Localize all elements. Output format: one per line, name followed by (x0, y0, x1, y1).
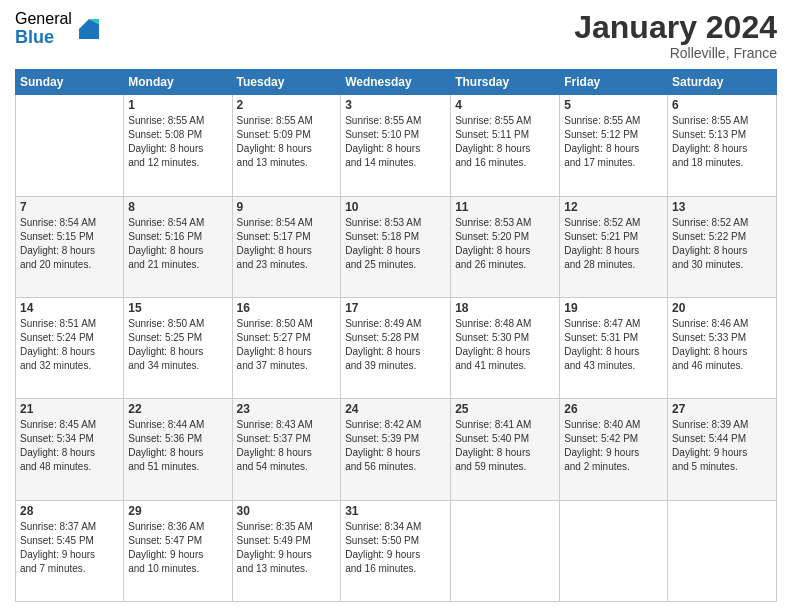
day-number: 26 (564, 402, 663, 416)
day-number: 18 (455, 301, 555, 315)
day-info: Sunrise: 8:55 AMSunset: 5:10 PMDaylight:… (345, 114, 446, 170)
day-number: 25 (455, 402, 555, 416)
day-cell: 22Sunrise: 8:44 AMSunset: 5:36 PMDayligh… (124, 399, 232, 500)
day-cell: 10Sunrise: 8:53 AMSunset: 5:18 PMDayligh… (341, 196, 451, 297)
day-info: Sunrise: 8:55 AMSunset: 5:09 PMDaylight:… (237, 114, 337, 170)
day-cell: 3Sunrise: 8:55 AMSunset: 5:10 PMDaylight… (341, 95, 451, 196)
day-number: 15 (128, 301, 227, 315)
day-info: Sunrise: 8:45 AMSunset: 5:34 PMDaylight:… (20, 418, 119, 474)
week-row-5: 28Sunrise: 8:37 AMSunset: 5:45 PMDayligh… (16, 500, 777, 601)
day-number: 20 (672, 301, 772, 315)
day-info: Sunrise: 8:53 AMSunset: 5:20 PMDaylight:… (455, 216, 555, 272)
day-cell: 31Sunrise: 8:34 AMSunset: 5:50 PMDayligh… (341, 500, 451, 601)
day-cell: 29Sunrise: 8:36 AMSunset: 5:47 PMDayligh… (124, 500, 232, 601)
header: General Blue January 2024 Rolleville, Fr… (15, 10, 777, 61)
day-info: Sunrise: 8:54 AMSunset: 5:17 PMDaylight:… (237, 216, 337, 272)
day-cell: 14Sunrise: 8:51 AMSunset: 5:24 PMDayligh… (16, 297, 124, 398)
day-cell: 20Sunrise: 8:46 AMSunset: 5:33 PMDayligh… (668, 297, 777, 398)
week-row-2: 7Sunrise: 8:54 AMSunset: 5:15 PMDaylight… (16, 196, 777, 297)
day-number: 27 (672, 402, 772, 416)
day-header-friday: Friday (560, 70, 668, 95)
day-cell: 4Sunrise: 8:55 AMSunset: 5:11 PMDaylight… (451, 95, 560, 196)
calendar-header-row: SundayMondayTuesdayWednesdayThursdayFrid… (16, 70, 777, 95)
day-info: Sunrise: 8:36 AMSunset: 5:47 PMDaylight:… (128, 520, 227, 576)
day-info: Sunrise: 8:55 AMSunset: 5:11 PMDaylight:… (455, 114, 555, 170)
day-number: 13 (672, 200, 772, 214)
day-info: Sunrise: 8:54 AMSunset: 5:15 PMDaylight:… (20, 216, 119, 272)
day-info: Sunrise: 8:55 AMSunset: 5:08 PMDaylight:… (128, 114, 227, 170)
day-number: 16 (237, 301, 337, 315)
day-info: Sunrise: 8:51 AMSunset: 5:24 PMDaylight:… (20, 317, 119, 373)
day-number: 6 (672, 98, 772, 112)
day-info: Sunrise: 8:34 AMSunset: 5:50 PMDaylight:… (345, 520, 446, 576)
day-cell: 2Sunrise: 8:55 AMSunset: 5:09 PMDaylight… (232, 95, 341, 196)
logo-general: General (15, 10, 72, 28)
day-cell: 30Sunrise: 8:35 AMSunset: 5:49 PMDayligh… (232, 500, 341, 601)
day-info: Sunrise: 8:46 AMSunset: 5:33 PMDaylight:… (672, 317, 772, 373)
day-number: 22 (128, 402, 227, 416)
day-cell: 16Sunrise: 8:50 AMSunset: 5:27 PMDayligh… (232, 297, 341, 398)
day-cell: 26Sunrise: 8:40 AMSunset: 5:42 PMDayligh… (560, 399, 668, 500)
day-info: Sunrise: 8:41 AMSunset: 5:40 PMDaylight:… (455, 418, 555, 474)
day-cell: 18Sunrise: 8:48 AMSunset: 5:30 PMDayligh… (451, 297, 560, 398)
day-number: 12 (564, 200, 663, 214)
day-number: 4 (455, 98, 555, 112)
day-cell: 24Sunrise: 8:42 AMSunset: 5:39 PMDayligh… (341, 399, 451, 500)
day-cell: 25Sunrise: 8:41 AMSunset: 5:40 PMDayligh… (451, 399, 560, 500)
day-info: Sunrise: 8:44 AMSunset: 5:36 PMDaylight:… (128, 418, 227, 474)
week-row-3: 14Sunrise: 8:51 AMSunset: 5:24 PMDayligh… (16, 297, 777, 398)
day-header-monday: Monday (124, 70, 232, 95)
day-cell: 8Sunrise: 8:54 AMSunset: 5:16 PMDaylight… (124, 196, 232, 297)
day-number: 30 (237, 504, 337, 518)
day-cell: 5Sunrise: 8:55 AMSunset: 5:12 PMDaylight… (560, 95, 668, 196)
day-info: Sunrise: 8:39 AMSunset: 5:44 PMDaylight:… (672, 418, 772, 474)
day-number: 8 (128, 200, 227, 214)
title-section: January 2024 Rolleville, France (574, 10, 777, 61)
day-cell: 15Sunrise: 8:50 AMSunset: 5:25 PMDayligh… (124, 297, 232, 398)
day-cell: 6Sunrise: 8:55 AMSunset: 5:13 PMDaylight… (668, 95, 777, 196)
day-info: Sunrise: 8:52 AMSunset: 5:22 PMDaylight:… (672, 216, 772, 272)
day-info: Sunrise: 8:40 AMSunset: 5:42 PMDaylight:… (564, 418, 663, 474)
day-info: Sunrise: 8:43 AMSunset: 5:37 PMDaylight:… (237, 418, 337, 474)
day-number: 3 (345, 98, 446, 112)
day-number: 23 (237, 402, 337, 416)
logo-icon (74, 14, 104, 44)
day-info: Sunrise: 8:35 AMSunset: 5:49 PMDaylight:… (237, 520, 337, 576)
day-number: 7 (20, 200, 119, 214)
day-number: 17 (345, 301, 446, 315)
day-number: 9 (237, 200, 337, 214)
day-cell: 9Sunrise: 8:54 AMSunset: 5:17 PMDaylight… (232, 196, 341, 297)
day-info: Sunrise: 8:53 AMSunset: 5:18 PMDaylight:… (345, 216, 446, 272)
day-cell: 19Sunrise: 8:47 AMSunset: 5:31 PMDayligh… (560, 297, 668, 398)
day-info: Sunrise: 8:37 AMSunset: 5:45 PMDaylight:… (20, 520, 119, 576)
day-info: Sunrise: 8:47 AMSunset: 5:31 PMDaylight:… (564, 317, 663, 373)
day-number: 29 (128, 504, 227, 518)
day-number: 24 (345, 402, 446, 416)
day-header-wednesday: Wednesday (341, 70, 451, 95)
day-cell: 23Sunrise: 8:43 AMSunset: 5:37 PMDayligh… (232, 399, 341, 500)
day-number: 10 (345, 200, 446, 214)
day-cell (451, 500, 560, 601)
day-header-sunday: Sunday (16, 70, 124, 95)
day-cell: 1Sunrise: 8:55 AMSunset: 5:08 PMDaylight… (124, 95, 232, 196)
day-number: 1 (128, 98, 227, 112)
logo: General Blue (15, 10, 104, 47)
day-cell (668, 500, 777, 601)
day-info: Sunrise: 8:54 AMSunset: 5:16 PMDaylight:… (128, 216, 227, 272)
day-number: 5 (564, 98, 663, 112)
day-number: 2 (237, 98, 337, 112)
day-info: Sunrise: 8:48 AMSunset: 5:30 PMDaylight:… (455, 317, 555, 373)
logo-blue: Blue (15, 28, 72, 48)
day-cell: 21Sunrise: 8:45 AMSunset: 5:34 PMDayligh… (16, 399, 124, 500)
day-info: Sunrise: 8:50 AMSunset: 5:25 PMDaylight:… (128, 317, 227, 373)
day-cell: 13Sunrise: 8:52 AMSunset: 5:22 PMDayligh… (668, 196, 777, 297)
day-info: Sunrise: 8:42 AMSunset: 5:39 PMDaylight:… (345, 418, 446, 474)
day-number: 19 (564, 301, 663, 315)
day-info: Sunrise: 8:50 AMSunset: 5:27 PMDaylight:… (237, 317, 337, 373)
month-title: January 2024 (574, 10, 777, 45)
day-info: Sunrise: 8:52 AMSunset: 5:21 PMDaylight:… (564, 216, 663, 272)
day-number: 14 (20, 301, 119, 315)
day-cell: 28Sunrise: 8:37 AMSunset: 5:45 PMDayligh… (16, 500, 124, 601)
week-row-1: 1Sunrise: 8:55 AMSunset: 5:08 PMDaylight… (16, 95, 777, 196)
day-header-thursday: Thursday (451, 70, 560, 95)
